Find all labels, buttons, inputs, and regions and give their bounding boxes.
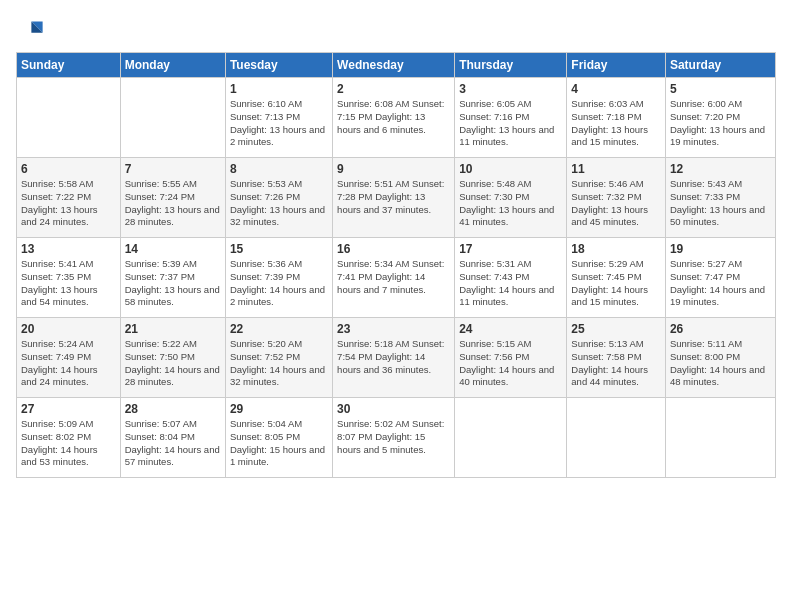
calendar-cell [455, 398, 567, 478]
day-number: 12 [670, 162, 771, 176]
day-number: 1 [230, 82, 328, 96]
day-number: 11 [571, 162, 661, 176]
day-number: 21 [125, 322, 221, 336]
day-number: 30 [337, 402, 450, 416]
day-info: Sunrise: 6:03 AM Sunset: 7:18 PM Dayligh… [571, 98, 661, 149]
calendar-cell: 17Sunrise: 5:31 AM Sunset: 7:43 PM Dayli… [455, 238, 567, 318]
column-header-friday: Friday [567, 53, 666, 78]
day-number: 19 [670, 242, 771, 256]
day-info: Sunrise: 5:15 AM Sunset: 7:56 PM Dayligh… [459, 338, 562, 389]
day-number: 6 [21, 162, 116, 176]
day-info: Sunrise: 5:36 AM Sunset: 7:39 PM Dayligh… [230, 258, 328, 309]
day-info: Sunrise: 6:00 AM Sunset: 7:20 PM Dayligh… [670, 98, 771, 149]
day-number: 13 [21, 242, 116, 256]
calendar-week-row: 20Sunrise: 5:24 AM Sunset: 7:49 PM Dayli… [17, 318, 776, 398]
day-info: Sunrise: 5:22 AM Sunset: 7:50 PM Dayligh… [125, 338, 221, 389]
day-number: 22 [230, 322, 328, 336]
day-number: 9 [337, 162, 450, 176]
calendar-cell: 7Sunrise: 5:55 AM Sunset: 7:24 PM Daylig… [120, 158, 225, 238]
day-info: Sunrise: 5:09 AM Sunset: 8:02 PM Dayligh… [21, 418, 116, 469]
calendar-cell: 5Sunrise: 6:00 AM Sunset: 7:20 PM Daylig… [665, 78, 775, 158]
day-info: Sunrise: 5:39 AM Sunset: 7:37 PM Dayligh… [125, 258, 221, 309]
day-info: Sunrise: 5:58 AM Sunset: 7:22 PM Dayligh… [21, 178, 116, 229]
calendar-cell: 30Sunrise: 5:02 AM Sunset: 8:07 PM Dayli… [333, 398, 455, 478]
calendar-week-row: 1Sunrise: 6:10 AM Sunset: 7:13 PM Daylig… [17, 78, 776, 158]
calendar-cell: 24Sunrise: 5:15 AM Sunset: 7:56 PM Dayli… [455, 318, 567, 398]
day-number: 7 [125, 162, 221, 176]
calendar-cell: 16Sunrise: 5:34 AM Sunset: 7:41 PM Dayli… [333, 238, 455, 318]
day-number: 16 [337, 242, 450, 256]
day-info: Sunrise: 6:08 AM Sunset: 7:15 PM Dayligh… [337, 98, 450, 136]
calendar-cell [567, 398, 666, 478]
calendar-cell: 18Sunrise: 5:29 AM Sunset: 7:45 PM Dayli… [567, 238, 666, 318]
day-info: Sunrise: 5:41 AM Sunset: 7:35 PM Dayligh… [21, 258, 116, 309]
day-info: Sunrise: 5:07 AM Sunset: 8:04 PM Dayligh… [125, 418, 221, 469]
day-number: 4 [571, 82, 661, 96]
column-header-thursday: Thursday [455, 53, 567, 78]
day-info: Sunrise: 5:11 AM Sunset: 8:00 PM Dayligh… [670, 338, 771, 389]
page-header [16, 16, 776, 44]
day-info: Sunrise: 6:10 AM Sunset: 7:13 PM Dayligh… [230, 98, 328, 149]
day-number: 3 [459, 82, 562, 96]
calendar-cell: 9Sunrise: 5:51 AM Sunset: 7:28 PM Daylig… [333, 158, 455, 238]
calendar-cell [665, 398, 775, 478]
calendar-cell: 27Sunrise: 5:09 AM Sunset: 8:02 PM Dayli… [17, 398, 121, 478]
day-number: 10 [459, 162, 562, 176]
column-header-tuesday: Tuesday [225, 53, 332, 78]
calendar-cell [17, 78, 121, 158]
calendar-week-row: 6Sunrise: 5:58 AM Sunset: 7:22 PM Daylig… [17, 158, 776, 238]
logo [16, 16, 48, 44]
calendar-cell: 26Sunrise: 5:11 AM Sunset: 8:00 PM Dayli… [665, 318, 775, 398]
calendar-cell: 12Sunrise: 5:43 AM Sunset: 7:33 PM Dayli… [665, 158, 775, 238]
day-number: 5 [670, 82, 771, 96]
calendar-cell: 19Sunrise: 5:27 AM Sunset: 7:47 PM Dayli… [665, 238, 775, 318]
day-info: Sunrise: 5:51 AM Sunset: 7:28 PM Dayligh… [337, 178, 450, 216]
day-info: Sunrise: 5:53 AM Sunset: 7:26 PM Dayligh… [230, 178, 328, 229]
day-info: Sunrise: 5:20 AM Sunset: 7:52 PM Dayligh… [230, 338, 328, 389]
calendar-cell: 8Sunrise: 5:53 AM Sunset: 7:26 PM Daylig… [225, 158, 332, 238]
calendar-cell [120, 78, 225, 158]
calendar-cell: 25Sunrise: 5:13 AM Sunset: 7:58 PM Dayli… [567, 318, 666, 398]
day-number: 18 [571, 242, 661, 256]
day-number: 25 [571, 322, 661, 336]
calendar-week-row: 13Sunrise: 5:41 AM Sunset: 7:35 PM Dayli… [17, 238, 776, 318]
day-info: Sunrise: 5:46 AM Sunset: 7:32 PM Dayligh… [571, 178, 661, 229]
column-header-wednesday: Wednesday [333, 53, 455, 78]
calendar-week-row: 27Sunrise: 5:09 AM Sunset: 8:02 PM Dayli… [17, 398, 776, 478]
calendar-cell: 1Sunrise: 6:10 AM Sunset: 7:13 PM Daylig… [225, 78, 332, 158]
day-info: Sunrise: 5:24 AM Sunset: 7:49 PM Dayligh… [21, 338, 116, 389]
day-number: 14 [125, 242, 221, 256]
calendar-cell: 4Sunrise: 6:03 AM Sunset: 7:18 PM Daylig… [567, 78, 666, 158]
day-info: Sunrise: 5:27 AM Sunset: 7:47 PM Dayligh… [670, 258, 771, 309]
calendar-cell: 28Sunrise: 5:07 AM Sunset: 8:04 PM Dayli… [120, 398, 225, 478]
calendar-cell: 15Sunrise: 5:36 AM Sunset: 7:39 PM Dayli… [225, 238, 332, 318]
calendar-cell: 22Sunrise: 5:20 AM Sunset: 7:52 PM Dayli… [225, 318, 332, 398]
day-number: 15 [230, 242, 328, 256]
day-number: 24 [459, 322, 562, 336]
day-number: 27 [21, 402, 116, 416]
day-info: Sunrise: 5:29 AM Sunset: 7:45 PM Dayligh… [571, 258, 661, 309]
calendar-cell: 14Sunrise: 5:39 AM Sunset: 7:37 PM Dayli… [120, 238, 225, 318]
calendar-cell: 10Sunrise: 5:48 AM Sunset: 7:30 PM Dayli… [455, 158, 567, 238]
calendar-table: SundayMondayTuesdayWednesdayThursdayFrid… [16, 52, 776, 478]
day-number: 20 [21, 322, 116, 336]
column-header-monday: Monday [120, 53, 225, 78]
day-info: Sunrise: 5:04 AM Sunset: 8:05 PM Dayligh… [230, 418, 328, 469]
day-number: 17 [459, 242, 562, 256]
calendar-cell: 11Sunrise: 5:46 AM Sunset: 7:32 PM Dayli… [567, 158, 666, 238]
calendar-cell: 23Sunrise: 5:18 AM Sunset: 7:54 PM Dayli… [333, 318, 455, 398]
day-info: Sunrise: 5:31 AM Sunset: 7:43 PM Dayligh… [459, 258, 562, 309]
day-info: Sunrise: 5:13 AM Sunset: 7:58 PM Dayligh… [571, 338, 661, 389]
column-header-saturday: Saturday [665, 53, 775, 78]
day-number: 28 [125, 402, 221, 416]
day-info: Sunrise: 5:02 AM Sunset: 8:07 PM Dayligh… [337, 418, 450, 456]
calendar-cell: 2Sunrise: 6:08 AM Sunset: 7:15 PM Daylig… [333, 78, 455, 158]
day-info: Sunrise: 5:48 AM Sunset: 7:30 PM Dayligh… [459, 178, 562, 229]
calendar-header-row: SundayMondayTuesdayWednesdayThursdayFrid… [17, 53, 776, 78]
calendar-cell: 3Sunrise: 6:05 AM Sunset: 7:16 PM Daylig… [455, 78, 567, 158]
day-number: 2 [337, 82, 450, 96]
calendar-cell: 20Sunrise: 5:24 AM Sunset: 7:49 PM Dayli… [17, 318, 121, 398]
day-info: Sunrise: 5:43 AM Sunset: 7:33 PM Dayligh… [670, 178, 771, 229]
day-number: 26 [670, 322, 771, 336]
day-info: Sunrise: 5:34 AM Sunset: 7:41 PM Dayligh… [337, 258, 450, 296]
